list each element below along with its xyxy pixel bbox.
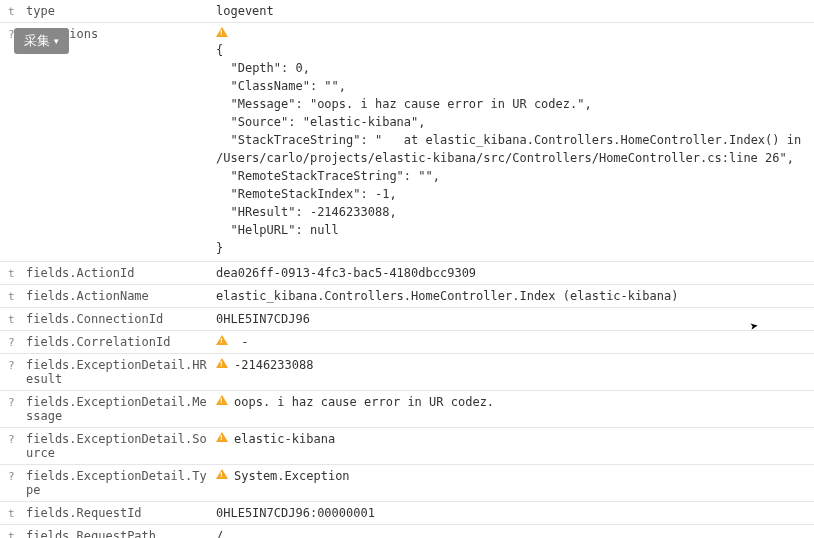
field-value: - bbox=[216, 335, 806, 349]
field-value-text: logevent bbox=[216, 4, 274, 18]
warning-icon bbox=[216, 469, 228, 479]
field-type: ? bbox=[8, 335, 26, 349]
field-value: System.Exception bbox=[216, 469, 806, 483]
table-row: ?exceptions{ "Depth": 0, "ClassName": ""… bbox=[0, 22, 814, 261]
table-row: ?fields.ExceptionDetail.Messageoops. i h… bbox=[0, 390, 814, 427]
warning-icon bbox=[216, 358, 228, 368]
warning-icon bbox=[216, 395, 228, 405]
field-value-text: / bbox=[216, 529, 223, 538]
table-row: tfields.RequestId0HLE5IN7CDJ96:00000001 bbox=[0, 501, 814, 524]
field-value: elastic-kibana bbox=[216, 432, 806, 446]
field-value-text: -2146233088 bbox=[234, 358, 313, 372]
field-value: elastic_kibana.Controllers.HomeControlle… bbox=[216, 289, 806, 303]
warning-icon bbox=[216, 432, 228, 442]
field-type: ? bbox=[8, 358, 26, 372]
field-type: ? bbox=[8, 432, 26, 446]
table-row: ttypelogevent bbox=[0, 0, 814, 22]
field-value: 0HLE5IN7CDJ96 bbox=[216, 312, 806, 326]
field-value-text: elastic_kibana.Controllers.HomeControlle… bbox=[216, 289, 678, 303]
field-value: { "Depth": 0, "ClassName": "", "Message"… bbox=[216, 27, 806, 257]
field-type: t bbox=[8, 289, 26, 303]
table-row: tfields.ConnectionId0HLE5IN7CDJ96 bbox=[0, 307, 814, 330]
field-value-text: System.Exception bbox=[234, 469, 350, 483]
field-value-text: oops. i haz cause error in UR codez. bbox=[234, 395, 494, 409]
field-value-text: - bbox=[234, 335, 248, 349]
warning-icon bbox=[216, 335, 228, 345]
field-key: fields.ExceptionDetail.HResult bbox=[26, 358, 216, 386]
field-value: / bbox=[216, 529, 806, 538]
field-key: fields.RequestPath bbox=[26, 529, 216, 538]
field-type: t bbox=[8, 529, 26, 538]
field-value-text: dea026ff-0913-4fc3-bac5-4180dbcc9309 bbox=[216, 266, 476, 280]
field-key: fields.ActionId bbox=[26, 266, 216, 280]
collect-label: 采集 bbox=[24, 32, 50, 50]
field-key: fields.CorrelationId bbox=[26, 335, 216, 349]
field-key: fields.ExceptionDetail.Message bbox=[26, 395, 216, 423]
field-value-text: elastic-kibana bbox=[234, 432, 335, 446]
field-value-text: { "Depth": 0, "ClassName": "", "Message"… bbox=[216, 43, 808, 255]
field-type: ? bbox=[8, 469, 26, 483]
collect-button[interactable]: 采集 ▾ bbox=[14, 28, 69, 54]
table-row: tfields.ActionIddea026ff-0913-4fc3-bac5-… bbox=[0, 261, 814, 284]
field-value-text: 0HLE5IN7CDJ96 bbox=[216, 312, 310, 326]
field-type: ? bbox=[8, 395, 26, 409]
table-row: tfields.ActionNameelastic_kibana.Control… bbox=[0, 284, 814, 307]
doc-fields-table: ttypelogevent?exceptions{ "Depth": 0, "C… bbox=[0, 0, 814, 538]
field-value: oops. i haz cause error in UR codez. bbox=[216, 395, 806, 409]
field-type: t bbox=[8, 4, 26, 18]
field-value: dea026ff-0913-4fc3-bac5-4180dbcc9309 bbox=[216, 266, 806, 280]
field-type: t bbox=[8, 312, 26, 326]
table-row: ?fields.ExceptionDetail.TypeSystem.Excep… bbox=[0, 464, 814, 501]
field-key: type bbox=[26, 4, 216, 18]
field-key: fields.RequestId bbox=[26, 506, 216, 520]
table-row: ?fields.ExceptionDetail.Sourceelastic-ki… bbox=[0, 427, 814, 464]
field-value: -2146233088 bbox=[216, 358, 806, 372]
field-key: fields.ExceptionDetail.Source bbox=[26, 432, 216, 460]
field-value-text: 0HLE5IN7CDJ96:00000001 bbox=[216, 506, 375, 520]
field-key: fields.ConnectionId bbox=[26, 312, 216, 326]
table-row: ?fields.ExceptionDetail.HResult-21462330… bbox=[0, 353, 814, 390]
table-row: tfields.RequestPath/ bbox=[0, 524, 814, 538]
field-key: fields.ExceptionDetail.Type bbox=[26, 469, 216, 497]
field-value: logevent bbox=[216, 4, 806, 18]
field-key: fields.ActionName bbox=[26, 289, 216, 303]
field-type: t bbox=[8, 266, 26, 280]
field-type: t bbox=[8, 506, 26, 520]
table-row: ?fields.CorrelationId - bbox=[0, 330, 814, 353]
field-value: 0HLE5IN7CDJ96:00000001 bbox=[216, 506, 806, 520]
warning-icon bbox=[216, 27, 228, 37]
chevron-down-icon: ▾ bbox=[54, 36, 59, 46]
